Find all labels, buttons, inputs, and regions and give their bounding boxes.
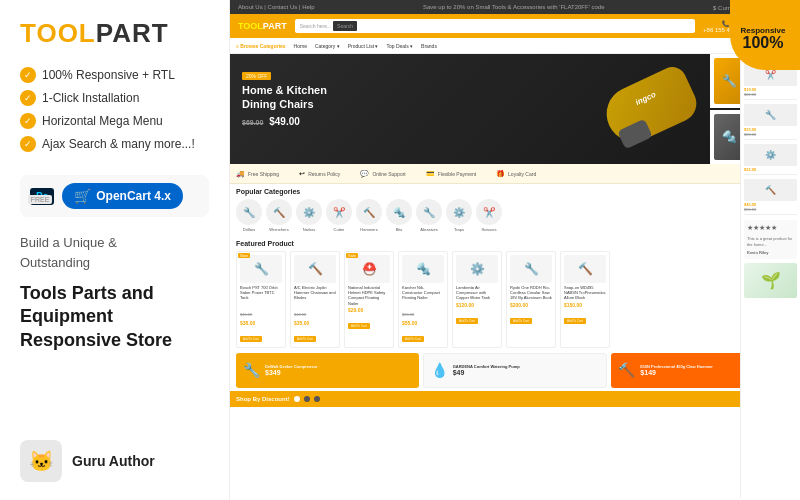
cart-icon: 🛒 (74, 188, 91, 204)
opencart-badge[interactable]: 🛒 OpenCart 4.x (62, 183, 183, 209)
main-wrapper: TOOLPART ✓ 100% Responsive + RTL ✓ 1-Cli… (0, 0, 800, 500)
loyalty-icon: 🎁 (496, 170, 505, 178)
author-avatar: 🐱 (20, 440, 62, 482)
add-to-cart-1[interactable]: Add To Cart (294, 336, 316, 342)
cat-traps[interactable]: ⚙️ Traps (446, 199, 472, 232)
store-layout: 20% OFF Home & KitchenDining Chairs $69.… (230, 54, 800, 407)
responsive-percent: 100% (743, 35, 784, 51)
hero-old-price: $69.00 (242, 119, 263, 126)
discount-dot-2 (304, 396, 310, 402)
store-logo: TOOLPART (238, 21, 287, 31)
store-main-content: 20% OFF Home & KitchenDining Chairs $69.… (230, 54, 800, 407)
search-bar[interactable]: Search here... Search (295, 19, 695, 33)
sidebar-product-2: ⚙️ $22.00 (744, 142, 797, 175)
bottom-banners: 🔧 DeWalt Decker Compressor $349 💧 GARDEN… (230, 350, 800, 391)
cat-circle-0: 🔧 (236, 199, 262, 225)
banner-icon-0: 🔧 (243, 362, 260, 378)
cat-circle-1: 🔨 (266, 199, 292, 225)
cat-cutter[interactable]: ✂️ Cutter (326, 199, 352, 232)
shipping-bar: 🚚 Free Shipping ↩ Returns Policy 💬 Onlin… (230, 164, 800, 184)
sale-badge-2: Sale (346, 253, 358, 258)
cat-circle-3: ✂️ (326, 199, 352, 225)
add-to-cart-4[interactable]: Add To Cart (456, 318, 478, 324)
store-preview: About Us | Contact Us | Help Save up to … (230, 0, 800, 500)
cat-abrasives[interactable]: 🔧 Abrasives (416, 199, 442, 232)
sidebar-product-3: 🔨 $45.00 $55.00 (744, 177, 797, 215)
feature-item-2: ✓ 1-Click Installation (20, 90, 209, 106)
store-right-sidebar: Featured Latest Best Selling ✂️ $19.00 $… (740, 38, 800, 498)
product-img-0: 🔧 (240, 255, 282, 283)
hero-image-area: ingco (590, 54, 710, 164)
banner-icon-2: 🔨 (618, 362, 635, 378)
top-bar-promo: Save up to 20% on Small Tools & Accessor… (423, 4, 605, 10)
sidebar-product-1: 🔧 $33.00 $39.00 (744, 102, 797, 140)
add-to-cart-3[interactable]: Add To Cart (402, 336, 424, 342)
add-to-cart-6[interactable]: Add To Cart (564, 318, 586, 324)
cat-circle-2: ⚙️ (296, 199, 322, 225)
cat-browse[interactable]: ≡ Browse Categories (236, 43, 286, 49)
bottom-banner-1[interactable]: 💧 GARDENA Comfort Watering Pump $49 (423, 353, 608, 388)
product-img-1: 🔨 (294, 255, 336, 283)
hero-banner: 20% OFF Home & KitchenDining Chairs $69.… (230, 54, 800, 164)
sidebar-review-area: ★★★★★ This is a great product for the ho… (744, 220, 797, 259)
ship-support: 💬 Online Support (360, 170, 405, 178)
product-5: 🔧 Ryobi One RDDH Rio-Cordless Circular S… (506, 251, 556, 348)
product-1: 🔨 A/C Electric Joplin Hammer Chainsaw an… (290, 251, 340, 348)
product-img-2: ⛑️ (348, 255, 390, 283)
cat-brands[interactable]: Brands (421, 43, 437, 49)
search-button[interactable]: Search (333, 21, 357, 31)
product-6: 🔨 Snap-on WD495 NABSN TroPneumatics Allu… (560, 251, 610, 348)
product-3: 🔩 Karcher Nib-Constructor Compact Floati… (398, 251, 448, 348)
sidebar-plant-img: 🌱 (744, 263, 797, 298)
product-img-3: 🔩 (402, 255, 444, 283)
right-panel: Responsive 100% About Us | Contact Us | … (230, 0, 800, 500)
bottom-banner-0[interactable]: 🔧 DeWalt Decker Compressor $349 (236, 353, 419, 388)
logo-tool: TOOL (20, 18, 96, 48)
cat-drillars[interactable]: 🔧 Drillars (236, 199, 262, 232)
cat-hammers[interactable]: 🔨 Hammers (356, 199, 382, 232)
cat-top-deals[interactable]: Top Deals ▾ (386, 43, 413, 49)
cat-product-list[interactable]: Product List ▾ (348, 43, 379, 49)
cat-bits[interactable]: 🔩 Bits (386, 199, 412, 232)
product-img-6: 🔨 (564, 255, 606, 283)
check-icon-1: ✓ (20, 67, 36, 83)
popular-categories-label: Popular Categories (230, 184, 800, 197)
feature-item-3: ✓ Horizontal Mega Menu (20, 113, 209, 129)
add-to-cart-2[interactable]: Add To Cart (348, 323, 370, 329)
cat-wrenchers[interactable]: 🔨 Wrenchers (266, 199, 292, 232)
add-to-cart-5[interactable]: Add To Cart (510, 318, 532, 324)
feature-item-1: ✓ 100% Responsive + RTL (20, 67, 209, 83)
responsive-badge: Responsive 100% (730, 0, 800, 70)
reviewer-name: Kevin Riley (747, 250, 794, 256)
payment-icon: 💳 (426, 170, 435, 178)
loyalty-text: Loyalty Card (508, 171, 536, 177)
cat-circle-4: 🔨 (356, 199, 382, 225)
free-badge: FREE (28, 195, 53, 204)
cat-home[interactable]: Home (294, 43, 307, 49)
products-row: New 🔧 Bosch PST 700 Orbit Saber Power TB… (230, 249, 800, 350)
categories-bar: ≡ Browse Categories Home Category ▾ Prod… (230, 38, 800, 54)
author-area: 🐱 Guru Author (20, 430, 209, 482)
banner-icon-1: 💧 (431, 362, 448, 378)
store-nav: TOOLPART Search here... Search 📞 +86 155… (230, 14, 800, 38)
payment-text: Flexible Payment (438, 171, 476, 177)
phone-icon: 📞 (722, 20, 729, 27)
logo-area: TOOLPART (20, 18, 209, 49)
cat-circle-8: ✂️ (476, 199, 502, 225)
review-stars: ★★★★★ (747, 223, 794, 234)
banner-info-2: 850N Professional 450g Claw Hammer $149 (640, 364, 712, 376)
add-to-cart-0[interactable]: Add To Cart (240, 336, 262, 342)
cat-category[interactable]: Category ▾ (315, 43, 340, 49)
categories-row: 🔧 Drillars 🔨 Wrenchers ⚙️ Nailors ✂️ (230, 197, 800, 236)
ship-free: 🚚 Free Shipping (236, 170, 279, 178)
sp-img-2: ⚙️ (744, 144, 797, 166)
hero-main-banner: 20% OFF Home & KitchenDining Chairs $69.… (230, 54, 710, 164)
review-text: This is a great product for the home... (747, 236, 794, 248)
cat-circle-6: 🔧 (416, 199, 442, 225)
ship-text: Free Shipping (248, 171, 279, 177)
cat-circle-7: ⚙️ (446, 199, 472, 225)
cat-nailors[interactable]: ⚙️ Nailors (296, 199, 322, 232)
hero-discount-badge: 20% OFF (242, 72, 271, 80)
cat-scissors[interactable]: ✂️ Scissors (476, 199, 502, 232)
returns-icon: ↩ (299, 170, 305, 178)
